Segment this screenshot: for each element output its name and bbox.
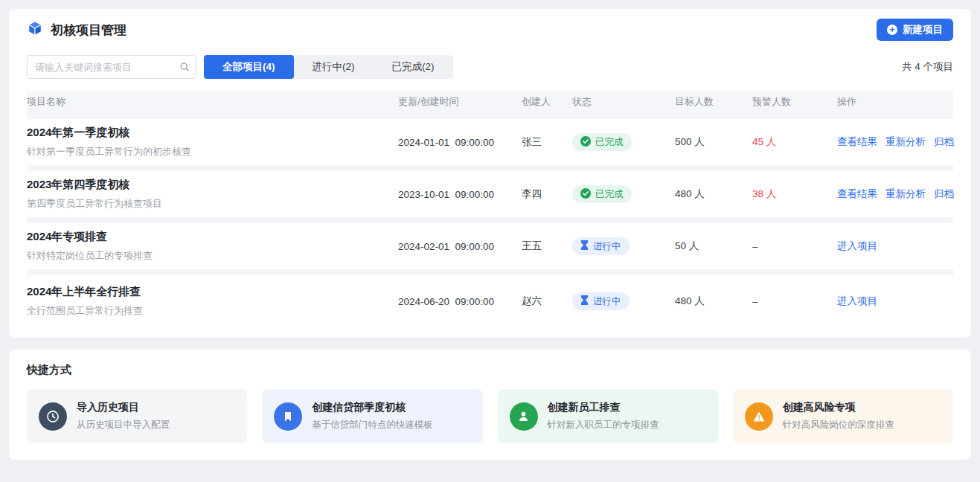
project-name: 2023年第四季度初核 bbox=[27, 178, 398, 192]
bookmark-icon bbox=[274, 402, 302, 431]
warning-count: 38 人 bbox=[752, 187, 837, 201]
action-link-2[interactable]: 归档 bbox=[934, 187, 954, 201]
action-link-2[interactable]: 归档 bbox=[934, 135, 954, 149]
check-circle-icon bbox=[580, 136, 591, 149]
update-time: 2023-10-01 09:00:00 bbox=[398, 189, 522, 200]
table-row: 2024年专项排查针对特定岗位员工的专项排查2024-02-01 09:00:0… bbox=[27, 223, 953, 275]
shortcut-card-2[interactable]: 创建新员工排查针对新入职员工的专项排查 bbox=[498, 389, 718, 443]
creator: 张三 bbox=[522, 135, 572, 149]
status-badge: 进行中 bbox=[572, 292, 630, 310]
toolbar: 全部项目(4)进行中(2)已完成(2) 共 4 个项目 bbox=[27, 55, 953, 79]
project-name-cell: 2024年上半年全行排查全行范围员工异常行为排查 bbox=[27, 285, 398, 318]
status-badge: 已完成 bbox=[572, 185, 632, 203]
page-title: 初核项目管理 bbox=[51, 22, 126, 39]
creator: 王五 bbox=[522, 240, 572, 253]
actions-cell: 查看结果重新分析归档 bbox=[837, 187, 953, 201]
action-link-0[interactable]: 进入项目 bbox=[837, 295, 877, 308]
table-row: 2024年第一季度初核针对第一季度员工异常行为的初步核查2024-01-01 0… bbox=[27, 119, 953, 171]
card-text: 创建信贷部季度初核基于信贷部门特点的快速模板 bbox=[312, 401, 433, 431]
total-count: 共 4 个项目 bbox=[902, 60, 953, 74]
project-name: 2024年专项排查 bbox=[27, 230, 398, 244]
status-cell: 已完成 bbox=[572, 133, 675, 151]
actions-cell: 查看结果重新分析归档 bbox=[837, 135, 953, 149]
shortcut-cards: 导入历史项目从历史项目中导入配置创建信贷部季度初核基于信贷部门特点的快速模板创建… bbox=[27, 389, 953, 443]
filter-tabs: 全部项目(4)进行中(2)已完成(2) bbox=[204, 55, 453, 79]
project-description: 针对第一季度员工异常行为的初步核查 bbox=[27, 145, 398, 158]
table-row: 2023年第四季度初核第四季度员工异常行为核查项目2023-10-01 09:0… bbox=[27, 171, 953, 223]
new-project-button[interactable]: + 新建项目 bbox=[877, 19, 953, 41]
table-body: 2024年第一季度初核针对第一季度员工异常行为的初步核查2024-01-01 0… bbox=[27, 119, 953, 327]
project-name: 2024年上半年全行排查 bbox=[27, 285, 398, 299]
action-link-0[interactable]: 查看结果 bbox=[837, 135, 877, 149]
card-description: 基于信贷部门特点的快速模板 bbox=[312, 419, 433, 431]
status-label: 进行中 bbox=[593, 240, 621, 253]
page: 初核项目管理 + 新建项目 全部项目(4)进行中(2)已完成(2) 共 4 个项… bbox=[0, 0, 980, 482]
card-title: 导入历史项目 bbox=[77, 401, 170, 414]
tab-2[interactable]: 已完成(2) bbox=[374, 55, 453, 79]
column-header-1: 更新/创建时间 bbox=[398, 95, 522, 109]
target-count: 500 人 bbox=[675, 135, 752, 149]
status-cell: 进行中 bbox=[572, 292, 675, 310]
update-time: 2024-06-20 09:00:00 bbox=[398, 296, 522, 307]
warning-count: – bbox=[752, 296, 837, 307]
title-group: 初核项目管理 bbox=[27, 20, 126, 39]
target-count: 50 人 bbox=[675, 240, 752, 253]
project-panel: 初核项目管理 + 新建项目 全部项目(4)进行中(2)已完成(2) 共 4 个项… bbox=[9, 9, 971, 338]
new-project-label: 新建项目 bbox=[903, 23, 943, 36]
status-label: 已完成 bbox=[595, 188, 624, 201]
search-input[interactable] bbox=[27, 55, 196, 79]
actions-cell: 进入项目 bbox=[837, 240, 953, 253]
action-link-0[interactable]: 查看结果 bbox=[837, 187, 877, 201]
status-badge: 已完成 bbox=[572, 133, 632, 151]
warning-count: 45 人 bbox=[752, 135, 837, 149]
action-link-0[interactable]: 进入项目 bbox=[837, 240, 877, 253]
tab-1[interactable]: 进行中(2) bbox=[294, 55, 374, 79]
card-text: 导入历史项目从历史项目中导入配置 bbox=[77, 401, 170, 431]
status-label: 进行中 bbox=[593, 295, 621, 308]
status-cell: 已完成 bbox=[572, 185, 675, 203]
creator: 赵六 bbox=[522, 295, 572, 308]
column-header-4: 目标人数 bbox=[675, 95, 752, 109]
shortcuts-title: 快捷方式 bbox=[27, 363, 953, 377]
shortcut-card-3[interactable]: 创建高风险专项针对高风险岗位的深度排查 bbox=[733, 389, 953, 443]
project-description: 第四季度员工异常行为核查项目 bbox=[27, 197, 398, 211]
card-text: 创建高风险专项针对高风险岗位的深度排查 bbox=[783, 401, 894, 431]
card-title: 创建新员工排查 bbox=[548, 401, 659, 414]
hourglass-icon bbox=[580, 295, 589, 307]
action-link-1[interactable]: 重新分析 bbox=[885, 187, 926, 201]
card-text: 创建新员工排查针对新入职员工的专项排查 bbox=[548, 401, 659, 431]
title-bar: 初核项目管理 + 新建项目 bbox=[27, 9, 953, 51]
update-time: 2024-01-01 09:00:00 bbox=[398, 137, 522, 148]
card-title: 创建信贷部季度初核 bbox=[312, 401, 433, 414]
check-circle-icon bbox=[580, 188, 591, 201]
action-link-1[interactable]: 重新分析 bbox=[885, 135, 926, 149]
shortcut-card-1[interactable]: 创建信贷部季度初核基于信贷部门特点的快速模板 bbox=[262, 389, 482, 443]
warning-count: – bbox=[752, 241, 837, 252]
table-row: 2024年上半年全行排查全行范围员工异常行为排查2024-06-20 09:00… bbox=[27, 275, 953, 327]
target-count: 480 人 bbox=[675, 295, 752, 308]
card-description: 从历史项目中导入配置 bbox=[77, 419, 170, 431]
column-header-5: 预警人数 bbox=[752, 95, 837, 109]
shortcuts-panel: 快捷方式 导入历史项目从历史项目中导入配置创建信贷部季度初核基于信贷部门特点的快… bbox=[9, 350, 971, 460]
cube-icon bbox=[27, 20, 43, 39]
card-description: 针对新入职员工的专项排查 bbox=[548, 419, 659, 431]
status-label: 已完成 bbox=[595, 136, 624, 149]
project-name: 2024年第一季度初核 bbox=[27, 126, 398, 140]
project-description: 全行范围员工异常行为排查 bbox=[27, 304, 398, 318]
column-header-6: 操作 bbox=[837, 95, 953, 109]
column-header-3: 状态 bbox=[572, 95, 675, 109]
plus-icon: + bbox=[887, 25, 897, 35]
project-name-cell: 2023年第四季度初核第四季度员工异常行为核查项目 bbox=[27, 178, 398, 211]
update-time: 2024-02-01 09:00:00 bbox=[398, 241, 522, 252]
user-icon bbox=[510, 402, 538, 431]
clock-icon bbox=[39, 402, 67, 431]
project-name-cell: 2024年专项排查针对特定岗位员工的专项排查 bbox=[27, 230, 398, 263]
column-header-2: 创建人 bbox=[522, 95, 572, 109]
column-header-0: 项目名称 bbox=[27, 95, 398, 109]
search-box bbox=[27, 55, 196, 79]
card-description: 针对高风险岗位的深度排查 bbox=[783, 419, 894, 431]
shortcut-card-0[interactable]: 导入历史项目从历史项目中导入配置 bbox=[27, 389, 247, 443]
warning-icon bbox=[745, 402, 773, 431]
tab-0[interactable]: 全部项目(4) bbox=[204, 55, 294, 79]
table-header: 项目名称更新/创建时间创建人状态目标人数预警人数操作 bbox=[27, 91, 953, 119]
